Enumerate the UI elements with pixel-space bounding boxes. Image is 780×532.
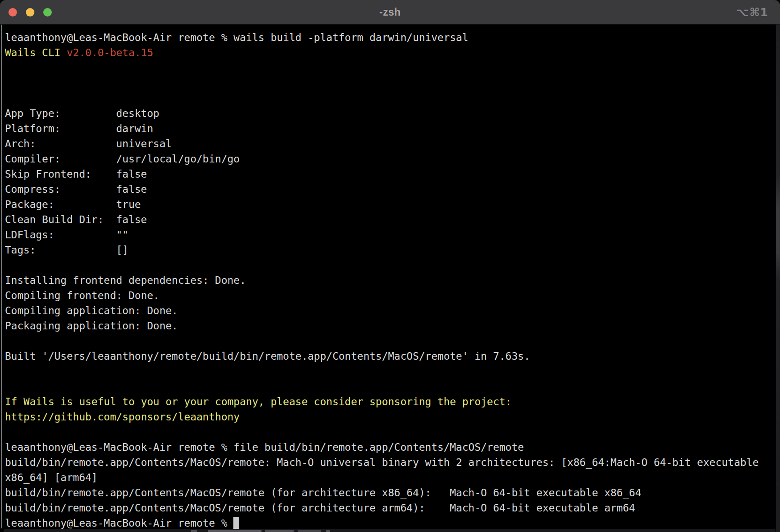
build-option-value: darwin: [116, 123, 153, 134]
close-button[interactable]: [8, 8, 17, 17]
terminal-blank-line: [5, 258, 776, 273]
terminal-line: If Wails is useful to you or your compan…: [5, 394, 776, 409]
window-left-edge-highlight: [1, 25, 2, 528]
terminal-text-segment: Wails CLI: [5, 47, 66, 58]
build-option-row: App Type:desktop: [5, 106, 776, 121]
build-option-label: Platform:: [5, 121, 116, 136]
build-option-label: App Type:: [5, 106, 116, 121]
terminal-text-segment: If Wails is useful to you or your compan…: [5, 396, 511, 407]
terminal-blank-line: [5, 91, 776, 106]
build-option-value: universal: [116, 138, 172, 150]
terminal-line: build/bin/remote.app/Contents/MacOS/remo…: [5, 455, 776, 470]
build-option-label: Compress:: [5, 182, 116, 197]
terminal-line: build/bin/remote.app/Contents/MacOS/remo…: [5, 485, 776, 500]
build-option-label: Compiler:: [5, 151, 116, 166]
build-option-row: Compiler:/usr/local/go/bin/go: [5, 151, 776, 166]
window-title: -zsh: [0, 0, 780, 24]
build-option-value: false: [116, 168, 147, 180]
build-option-value: []: [116, 244, 129, 256]
terminal-line: Compiling frontend: Done.: [5, 288, 776, 303]
build-option-row: Arch:universal: [5, 136, 776, 151]
terminal-line: leaanthony@Leas-MacBook-Air remote % wai…: [5, 30, 776, 45]
build-option-row: Compress:false: [5, 182, 776, 197]
terminal-text-segment: x86_64] [arm64]: [5, 472, 98, 483]
terminal-text-segment: build/bin/remote.app/Contents/MacOS/remo…: [5, 487, 641, 499]
build-option-label: Package:: [5, 197, 116, 212]
terminal-line: Wails CLI v2.0.0-beta.15: [5, 45, 776, 60]
build-option-label: Arch:: [5, 136, 116, 151]
background-window-bottom-sliver: [4, 529, 776, 532]
terminal-blank-line: [5, 60, 776, 75]
terminal-blank-line: [5, 333, 776, 349]
build-option-value: false: [116, 183, 147, 195]
build-option-row: Skip Frontend:false: [5, 166, 776, 182]
build-option-value: false: [116, 214, 147, 225]
build-option-value: "": [116, 229, 129, 241]
terminal-blank-line: [5, 75, 776, 91]
terminal-text-segment: Packaging application: Done.: [5, 320, 178, 332]
terminal-line: build/bin/remote.app/Contents/MacOS/remo…: [5, 500, 776, 515]
terminal-line: x86_64] [arm64]: [5, 470, 776, 485]
traffic-lights: [8, 0, 52, 24]
build-option-label: Clean Build Dir:: [5, 212, 116, 227]
terminal-text-segment: leaanthony@Leas-MacBook-Air remote % wai…: [5, 32, 469, 43]
background-text-smudge: [298, 530, 321, 532]
terminal-text-segment: build/bin/remote.app/Contents/MacOS/remo…: [5, 502, 635, 514]
terminal-text-segment: Installing frontend dependencies: Done.: [5, 274, 246, 286]
zoom-button[interactable]: [43, 8, 52, 17]
terminal-blank-line: [5, 364, 776, 379]
build-option-row: LDFlags:"": [5, 227, 776, 242]
background-text-smudge: [208, 530, 261, 532]
build-option-value: /usr/local/go/bin/go: [116, 153, 240, 165]
terminal-line: Installing frontend dependencies: Done.: [5, 273, 776, 288]
background-text-smudge: [265, 530, 294, 532]
terminal-text-segment: build/bin/remote.app/Contents/MacOS/remo…: [5, 457, 759, 468]
build-option-value: true: [116, 199, 141, 210]
background-text-smudge: [191, 530, 197, 532]
terminal-text-segment: leaanthony@Leas-MacBook-Air remote % fil…: [5, 441, 524, 453]
terminal-text-segment: v2.0.0-beta.15: [66, 47, 153, 58]
build-option-value: desktop: [116, 108, 159, 119]
terminal-line: Built '/Users/leaanthony/remote/build/bi…: [5, 349, 776, 364]
terminal-text-segment: Compiling application: Done.: [5, 305, 178, 316]
titlebar[interactable]: -zsh ⌥⌘1: [0, 0, 780, 25]
build-option-label: Skip Frontend:: [5, 166, 116, 182]
background-text-smudge: [326, 530, 330, 532]
terminal-screen[interactable]: leaanthony@Leas-MacBook-Air remote % wai…: [0, 25, 776, 532]
minimize-button[interactable]: [26, 8, 34, 17]
terminal-line: Compiling application: Done.: [5, 303, 776, 318]
terminal-line: Packaging application: Done.: [5, 318, 776, 333]
build-option-label: Tags:: [5, 242, 116, 258]
shell-prompt-line: leaanthony@Leas-MacBook-Air remote %: [5, 515, 776, 531]
build-option-label: LDFlags:: [5, 227, 116, 242]
build-option-row: Tags:[]: [5, 242, 776, 258]
terminal-text-segment: leaanthony@Leas-MacBook-Air remote %: [5, 517, 233, 529]
keyboard-shortcut-badge: ⌥⌘1: [736, 0, 768, 24]
terminal-line: leaanthony@Leas-MacBook-Air remote % fil…: [5, 440, 776, 455]
terminal-blank-line: [5, 424, 776, 440]
background-window-right-sliver: [775, 25, 780, 532]
build-option-row: Platform:darwin: [5, 121, 776, 136]
terminal-line: https://github.com/sponsors/leaanthony: [5, 409, 776, 424]
build-option-row: Clean Build Dir:false: [5, 212, 776, 227]
terminal-window: -zsh ⌥⌘1 leaanthony@Leas-MacBook-Air rem…: [0, 0, 780, 532]
terminal-cursor: [233, 517, 239, 529]
terminal-text-segment: https://github.com/sponsors/leaanthony: [5, 411, 240, 423]
terminal-text-segment: Built '/Users/leaanthony/remote/build/bi…: [5, 350, 530, 362]
terminal-text-segment: Compiling frontend: Done.: [5, 290, 159, 301]
build-option-row: Package:true: [5, 197, 776, 212]
terminal-blank-line: [5, 379, 776, 394]
